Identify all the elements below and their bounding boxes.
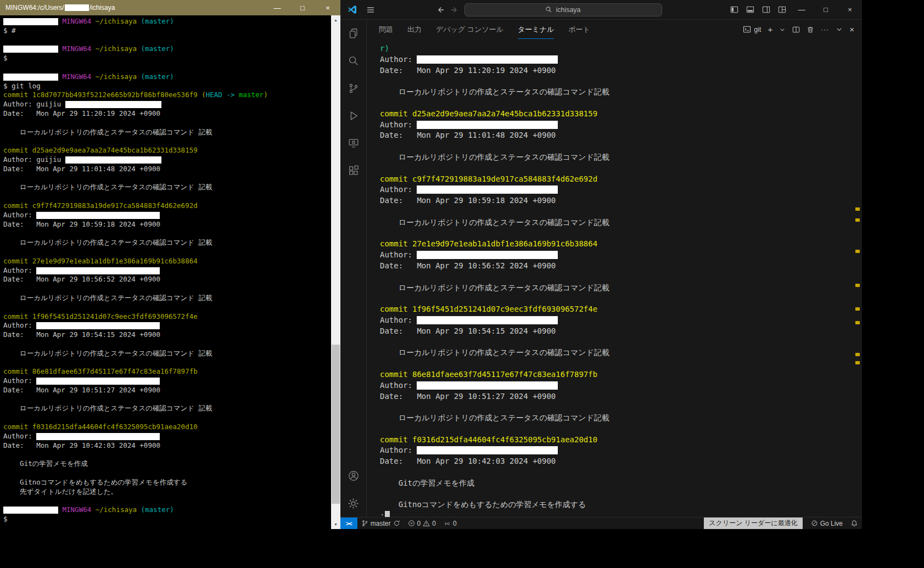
terminal-line: [380, 76, 862, 87]
terminal-line: [380, 206, 862, 217]
panel-size-chevron-icon[interactable]: [836, 26, 843, 33]
terminal-profile-label: git: [754, 26, 761, 33]
terminal-line: MINGW64 ~/ichisaya (master): [3, 44, 331, 54]
account-icon[interactable]: [340, 462, 367, 490]
terminal-line: ローカルリポジトリの作成とステータスの確認コマンド 記載: [3, 349, 331, 358]
terminal-line: Date: Mon Apr 29 10:42:03 2024 +0900: [380, 456, 862, 467]
split-terminal-button[interactable]: [792, 26, 800, 33]
forward-icon[interactable]: [450, 5, 459, 14]
toggle-secondary-sidebar-icon[interactable]: [762, 5, 770, 14]
mintty-window: MINGW64:/c/Users//ichisaya — □ × MINGW64…: [0, 0, 340, 529]
maximize-button[interactable]: □: [290, 0, 315, 15]
extensions-icon[interactable]: [340, 157, 367, 184]
back-icon[interactable]: [436, 5, 445, 14]
redaction-box: [3, 18, 58, 25]
customize-layout-icon[interactable]: [778, 5, 786, 14]
source-control-icon[interactable]: [340, 75, 367, 102]
terminal-line: Date: Mon Apr 29 10:59:18 2024 +0900: [3, 220, 331, 229]
terminal-line: [3, 303, 331, 312]
terminal-line: [380, 98, 862, 109]
ports-count: 0: [453, 520, 457, 527]
branch-status[interactable]: master: [357, 518, 404, 529]
tab-debug-console[interactable]: デバッグ コンソール: [436, 20, 503, 39]
terminal-line: Date: Mon Apr 29 11:20:19 2024 +0900: [380, 65, 862, 76]
terminal-line: Date: Mon Apr 29 10:42:03 2024 +0900: [3, 441, 331, 451]
active-terminal-profile[interactable]: git: [743, 25, 761, 33]
terminal-line: 先ずタイトルだけを記述した。: [3, 487, 331, 497]
terminal-line: [380, 424, 862, 435]
warning-count: 0: [432, 520, 436, 527]
terminal-line: [3, 248, 331, 257]
ruler-mark: [855, 321, 860, 324]
terminal-line: Gitの学習メモを作成: [380, 478, 862, 489]
tab-problems[interactable]: 問題: [379, 20, 393, 39]
close-panel-button[interactable]: ×: [849, 25, 854, 33]
toggle-primary-sidebar-icon[interactable]: [730, 5, 738, 14]
remote-explorer-icon[interactable]: [340, 130, 367, 157]
terminal-line: ローカルリポジトリの作成とステータスの確認コマンド記載: [380, 217, 862, 228]
scroll-down-button[interactable]: ▼: [331, 520, 340, 529]
scroll-up-button[interactable]: ▲: [331, 15, 340, 25]
terminal-line: commit 1c8d7077bb493f5212e665b92bf86bf80…: [3, 91, 331, 100]
terminal-line: MINGW64 ~/ichisaya (master): [3, 505, 331, 515]
go-live-button[interactable]: Go Live: [807, 518, 847, 529]
ruler-mark: [855, 353, 860, 356]
terminal-line: ローカルリポジトリの作成とステータスの確認コマンド記載: [380, 413, 862, 424]
terminal-line: Date: Mon Apr 29 10:51:27 2024 +0900: [3, 386, 331, 395]
search-icon[interactable]: [340, 47, 367, 75]
mintty-scrollbar[interactable]: ▲ ▼: [331, 15, 340, 529]
tab-output[interactable]: 出力: [407, 20, 422, 39]
terminal-line: [3, 413, 331, 423]
terminal-line: Author:: [380, 184, 862, 195]
redaction-box: [417, 121, 558, 129]
terminal-line: ローカルリポジトリの作成とステータスの確認コマンド記載: [380, 283, 862, 294]
notifications-bell-icon[interactable]: [847, 518, 862, 529]
redaction-box: [65, 101, 161, 108]
layout-controls: [723, 5, 786, 14]
menu-icon[interactable]: [366, 5, 375, 14]
panel: 問題 出力 デバッグ コンソール ターミナル ポート git +: [367, 20, 862, 517]
vscode-terminal-body[interactable]: r)Author: Date: Mon Apr 29 11:20:19 2024…: [367, 39, 862, 517]
terminal-line: Author:: [380, 250, 862, 261]
ports-status[interactable]: 0: [440, 518, 461, 529]
tab-ports[interactable]: ポート: [568, 20, 590, 39]
close-button[interactable]: ×: [838, 0, 862, 19]
terminal-line: [380, 141, 862, 152]
terminal-line: ローカルリポジトリの作成とステータスの確認コマンド 記載: [3, 183, 331, 192]
maximize-button[interactable]: □: [814, 0, 838, 19]
terminal-line: commit c9f7f472919883a19de917ca584883f4d…: [3, 201, 331, 211]
search-input[interactable]: ichisaya: [464, 3, 662, 16]
redaction-box: [65, 4, 89, 11]
terminal-profile-chevron-icon[interactable]: [779, 26, 786, 33]
terminal-line: $: [3, 54, 331, 63]
redaction-box: [36, 212, 160, 219]
terminal-line: commit 86e81dfaee63f7d45117e67f47c83ea16…: [380, 369, 862, 380]
explorer-icon[interactable]: [340, 20, 367, 47]
terminal-icon: [743, 25, 751, 33]
minimize-button[interactable]: —: [789, 0, 814, 19]
scrollbar-thumb[interactable]: [332, 345, 340, 504]
terminal-line: ローカルリポジトリの作成とステータスの確認コマンド 記載: [3, 128, 331, 137]
problems-status[interactable]: 0 0: [404, 518, 440, 529]
close-button[interactable]: ×: [315, 0, 340, 15]
terminal-line: Date: Mon Apr 29 11:20:19 2024 +0900: [3, 109, 331, 119]
toggle-panel-icon[interactable]: [746, 5, 754, 14]
terminal-line: Author:: [380, 54, 862, 65]
kill-terminal-button[interactable]: [807, 26, 814, 33]
settings-gear-icon[interactable]: [340, 490, 367, 517]
terminal-line: ローカルリポジトリの作成とステータスの確認コマンド 記載: [3, 238, 331, 248]
terminal-line: MINGW64 ~/ichisaya (master): [3, 17, 331, 26]
tab-terminal[interactable]: ターミナル: [518, 20, 554, 39]
terminal-line: [380, 163, 862, 174]
run-debug-icon[interactable]: [340, 102, 367, 130]
new-terminal-button[interactable]: +: [768, 25, 772, 33]
more-actions-button[interactable]: ···: [821, 26, 829, 33]
mintty-terminal-body[interactable]: MINGW64 ~/ichisaya (master)$ # MINGW64 ~…: [0, 15, 331, 529]
terminal-line: [3, 36, 331, 45]
terminal-line: [3, 340, 331, 349]
mintty-titlebar[interactable]: MINGW64:/c/Users//ichisaya — □ ×: [0, 0, 340, 15]
redaction-box: [65, 156, 161, 164]
remote-indicator[interactable]: ><: [340, 518, 357, 529]
minimize-button[interactable]: —: [265, 0, 290, 15]
screen-reader-status[interactable]: スクリーン リーダーに最適化: [704, 518, 802, 529]
